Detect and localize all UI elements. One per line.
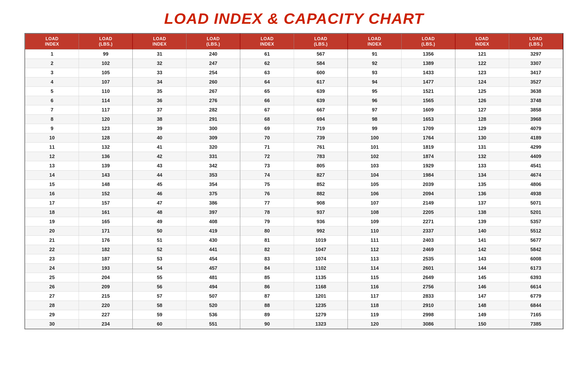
table-cell: 2998 bbox=[402, 310, 455, 320]
table-row: 210232247625849213891223307 bbox=[25, 59, 563, 68]
table-cell: 18 bbox=[25, 208, 79, 217]
table-cell: 3858 bbox=[509, 105, 563, 115]
table-cell: 5842 bbox=[509, 245, 563, 254]
table-cell: 43 bbox=[132, 161, 186, 170]
table-row: 812038291686949816531283968 bbox=[25, 115, 563, 124]
table-cell: 182 bbox=[79, 245, 132, 254]
table-cell: 6844 bbox=[509, 301, 563, 310]
table-cell: 430 bbox=[186, 236, 240, 245]
table-cell: 149 bbox=[455, 310, 509, 320]
table-cell: 85 bbox=[240, 273, 294, 282]
table-cell: 419 bbox=[186, 226, 240, 236]
table-cell: 65 bbox=[240, 87, 294, 96]
table-cell: 2833 bbox=[402, 292, 455, 301]
table-cell: 104 bbox=[348, 170, 401, 180]
table-cell: 2403 bbox=[402, 236, 455, 245]
table-cell: 54 bbox=[132, 264, 186, 273]
table-cell: 47 bbox=[132, 198, 186, 208]
table-cell: 309 bbox=[186, 133, 240, 142]
table-cell: 76 bbox=[240, 189, 294, 198]
table-cell: 9 bbox=[25, 124, 79, 133]
table-row: 17157473867790810721491375071 bbox=[25, 198, 563, 208]
table-cell: 33 bbox=[132, 68, 186, 78]
table-cell: 4674 bbox=[509, 170, 563, 180]
table-cell: 51 bbox=[132, 236, 186, 245]
table-cell: 23 bbox=[25, 254, 79, 264]
table-body: 1993124061567911356121329721023224762584… bbox=[25, 50, 563, 329]
table-cell: 126 bbox=[455, 96, 509, 105]
table-cell: 49 bbox=[132, 217, 186, 226]
table-cell: 4541 bbox=[509, 161, 563, 170]
table-cell: 5677 bbox=[509, 236, 563, 245]
table-cell: 58 bbox=[132, 301, 186, 310]
column-header-9: LOAD(LBS.) bbox=[509, 34, 563, 50]
table-cell: 227 bbox=[79, 310, 132, 320]
table-cell: 108 bbox=[348, 208, 401, 217]
table-cell: 145 bbox=[455, 273, 509, 282]
table-cell: 6393 bbox=[509, 273, 563, 282]
load-index-table: LOADINDEXLOAD(LBS.)LOADINDEXLOAD(LBS.)LO… bbox=[25, 34, 563, 329]
table-cell: 375 bbox=[186, 189, 240, 198]
table-cell: 1709 bbox=[402, 124, 455, 133]
table-cell: 125 bbox=[455, 87, 509, 96]
table-cell: 3 bbox=[25, 68, 79, 78]
table-cell: 110 bbox=[348, 226, 401, 236]
table-cell: 40 bbox=[132, 133, 186, 142]
table-cell: 639 bbox=[294, 87, 348, 96]
table-cell: 1521 bbox=[402, 87, 455, 96]
table-cell: 936 bbox=[294, 217, 348, 226]
table-cell: 1 bbox=[25, 50, 79, 59]
table-cell: 494 bbox=[186, 282, 240, 292]
table-cell: 34 bbox=[132, 78, 186, 87]
table-cell: 4806 bbox=[509, 180, 563, 189]
table-cell: 90 bbox=[240, 320, 294, 329]
table-cell: 6614 bbox=[509, 282, 563, 292]
table-cell: 97 bbox=[348, 105, 401, 115]
table-cell: 852 bbox=[294, 180, 348, 189]
table-cell: 119 bbox=[348, 310, 401, 320]
table-cell: 240 bbox=[186, 50, 240, 59]
table-cell: 87 bbox=[240, 292, 294, 301]
table-cell: 116 bbox=[348, 282, 401, 292]
table-cell: 1102 bbox=[294, 264, 348, 273]
table-cell: 141 bbox=[455, 236, 509, 245]
table-cell: 300 bbox=[186, 124, 240, 133]
table-cell: 1047 bbox=[294, 245, 348, 254]
table-cell: 209 bbox=[79, 282, 132, 292]
table-cell: 117 bbox=[79, 105, 132, 115]
table-cell: 152 bbox=[79, 189, 132, 198]
table-cell: 215 bbox=[79, 292, 132, 301]
table-cell: 1201 bbox=[294, 292, 348, 301]
table-cell: 507 bbox=[186, 292, 240, 301]
table-cell: 1764 bbox=[402, 133, 455, 142]
table-cell: 1235 bbox=[294, 301, 348, 310]
column-header-0: LOADINDEX bbox=[25, 34, 79, 50]
table-cell: 105 bbox=[79, 68, 132, 78]
table-cell: 16 bbox=[25, 189, 79, 198]
table-cell: 2094 bbox=[402, 189, 455, 198]
table-row: 13139433427380510319291334541 bbox=[25, 161, 563, 170]
table-cell: 99 bbox=[79, 50, 132, 59]
table-cell: 123 bbox=[455, 68, 509, 78]
table-cell: 908 bbox=[294, 198, 348, 208]
table-cell: 144 bbox=[455, 264, 509, 273]
table-cell: 739 bbox=[294, 133, 348, 142]
table-cell: 114 bbox=[79, 96, 132, 105]
column-header-1: LOAD(LBS.) bbox=[79, 34, 132, 50]
table-cell: 63 bbox=[240, 68, 294, 78]
chart-container: LOADINDEXLOAD(LBS.)LOADINDEXLOAD(LBS.)LO… bbox=[24, 33, 564, 329]
table-cell: 2 bbox=[25, 59, 79, 68]
table-cell: 130 bbox=[455, 133, 509, 142]
table-row: 10128403097073910017641304189 bbox=[25, 133, 563, 142]
table-cell: 1609 bbox=[402, 105, 455, 115]
table-row: 12136423317278310218741324409 bbox=[25, 152, 563, 161]
table-cell: 146 bbox=[455, 282, 509, 292]
table-row: 231875345483107411325351436008 bbox=[25, 254, 563, 264]
table-cell: 6008 bbox=[509, 254, 563, 264]
table-cell: 100 bbox=[348, 133, 401, 142]
column-header-4: LOADINDEX bbox=[240, 34, 294, 50]
table-cell: 91 bbox=[348, 50, 401, 59]
table-cell: 56 bbox=[132, 282, 186, 292]
table-cell: 134 bbox=[455, 170, 509, 180]
table-cell: 1356 bbox=[402, 50, 455, 59]
